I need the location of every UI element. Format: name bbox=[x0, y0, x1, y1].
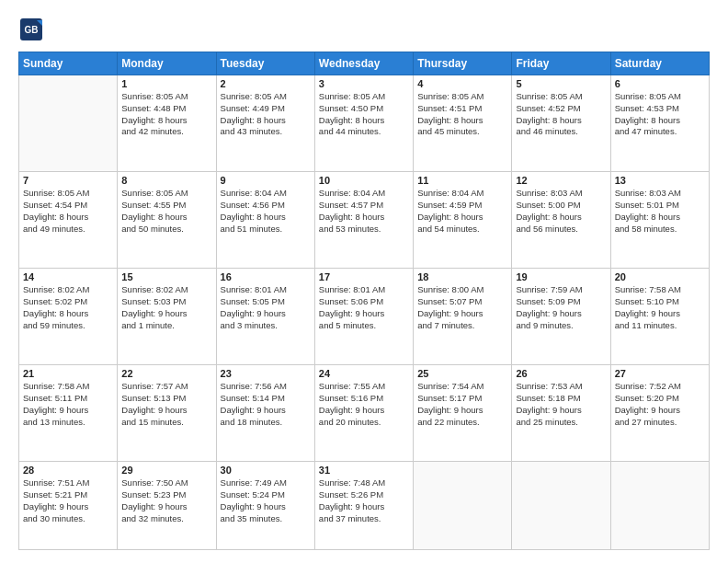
calendar-cell: 1Sunrise: 8:05 AM Sunset: 4:48 PM Daylig… bbox=[118, 75, 216, 172]
day-info: Sunrise: 8:05 AM Sunset: 4:48 PM Dayligh… bbox=[121, 91, 211, 138]
day-info: Sunrise: 7:49 AM Sunset: 5:24 PM Dayligh… bbox=[221, 477, 311, 524]
calendar-cell: 30Sunrise: 7:49 AM Sunset: 5:24 PM Dayli… bbox=[216, 462, 314, 550]
day-info: Sunrise: 7:53 AM Sunset: 5:18 PM Dayligh… bbox=[516, 381, 606, 428]
day-info: Sunrise: 8:05 AM Sunset: 4:54 PM Dayligh… bbox=[23, 188, 113, 235]
calendar-cell: 25Sunrise: 7:54 AM Sunset: 5:17 PM Dayli… bbox=[414, 365, 512, 462]
day-number: 2 bbox=[221, 78, 311, 89]
day-info: Sunrise: 8:05 AM Sunset: 4:52 PM Dayligh… bbox=[516, 91, 606, 138]
calendar-cell: 19Sunrise: 7:59 AM Sunset: 5:09 PM Dayli… bbox=[512, 269, 610, 365]
calendar-table: SundayMondayTuesdayWednesdayThursdayFrid… bbox=[18, 52, 710, 550]
day-number: 18 bbox=[417, 271, 507, 282]
day-number: 23 bbox=[221, 368, 311, 379]
calendar-cell: 14Sunrise: 8:02 AM Sunset: 5:02 PM Dayli… bbox=[19, 269, 118, 365]
weekday-header: Wednesday bbox=[314, 52, 413, 75]
calendar-cell: 23Sunrise: 7:56 AM Sunset: 5:14 PM Dayli… bbox=[216, 365, 314, 462]
calendar-cell: 20Sunrise: 7:58 AM Sunset: 5:10 PM Dayli… bbox=[610, 269, 709, 365]
calendar-cell: 24Sunrise: 7:55 AM Sunset: 5:16 PM Dayli… bbox=[314, 365, 413, 462]
calendar-week-row: 1Sunrise: 8:05 AM Sunset: 4:48 PM Daylig… bbox=[19, 75, 710, 172]
calendar-cell: 3Sunrise: 8:05 AM Sunset: 4:50 PM Daylig… bbox=[314, 75, 413, 172]
day-info: Sunrise: 8:04 AM Sunset: 4:56 PM Dayligh… bbox=[221, 188, 311, 235]
calendar-cell: 18Sunrise: 8:00 AM Sunset: 5:07 PM Dayli… bbox=[414, 269, 512, 365]
calendar-cell: 7Sunrise: 8:05 AM Sunset: 4:54 PM Daylig… bbox=[19, 172, 118, 269]
calendar-cell: 21Sunrise: 7:58 AM Sunset: 5:11 PM Dayli… bbox=[19, 365, 118, 462]
day-number: 22 bbox=[121, 368, 211, 379]
day-info: Sunrise: 7:50 AM Sunset: 5:23 PM Dayligh… bbox=[121, 477, 211, 524]
calendar-week-row: 14Sunrise: 8:02 AM Sunset: 5:02 PM Dayli… bbox=[19, 269, 710, 365]
weekday-header: Saturday bbox=[610, 52, 709, 75]
day-number: 24 bbox=[319, 368, 409, 379]
calendar-cell bbox=[512, 462, 610, 550]
day-number: 8 bbox=[121, 175, 211, 186]
calendar-week-row: 28Sunrise: 7:51 AM Sunset: 5:21 PM Dayli… bbox=[19, 462, 710, 550]
calendar-cell: 5Sunrise: 8:05 AM Sunset: 4:52 PM Daylig… bbox=[512, 75, 610, 172]
calendar-cell: 11Sunrise: 8:04 AM Sunset: 4:59 PM Dayli… bbox=[414, 172, 512, 269]
calendar-cell: 6Sunrise: 8:05 AM Sunset: 4:53 PM Daylig… bbox=[610, 75, 709, 172]
calendar-cell: 17Sunrise: 8:01 AM Sunset: 5:06 PM Dayli… bbox=[314, 269, 413, 365]
day-info: Sunrise: 7:58 AM Sunset: 5:10 PM Dayligh… bbox=[615, 284, 705, 331]
day-number: 28 bbox=[23, 465, 113, 476]
day-info: Sunrise: 8:03 AM Sunset: 5:01 PM Dayligh… bbox=[615, 188, 705, 235]
day-number: 5 bbox=[516, 78, 606, 89]
calendar-body: 1Sunrise: 8:05 AM Sunset: 4:48 PM Daylig… bbox=[19, 75, 710, 550]
day-info: Sunrise: 7:57 AM Sunset: 5:13 PM Dayligh… bbox=[121, 381, 211, 428]
day-info: Sunrise: 8:03 AM Sunset: 5:00 PM Dayligh… bbox=[516, 188, 606, 235]
header: GB bbox=[18, 17, 710, 42]
day-number: 31 bbox=[319, 465, 409, 476]
day-number: 14 bbox=[23, 271, 113, 282]
day-info: Sunrise: 8:04 AM Sunset: 4:57 PM Dayligh… bbox=[319, 188, 409, 235]
day-info: Sunrise: 8:05 AM Sunset: 4:51 PM Dayligh… bbox=[417, 91, 507, 138]
calendar-cell: 15Sunrise: 8:02 AM Sunset: 5:03 PM Dayli… bbox=[118, 269, 216, 365]
day-number: 3 bbox=[319, 78, 409, 89]
calendar-cell: 31Sunrise: 7:48 AM Sunset: 5:26 PM Dayli… bbox=[314, 462, 413, 550]
day-info: Sunrise: 8:01 AM Sunset: 5:05 PM Dayligh… bbox=[221, 284, 311, 331]
day-number: 17 bbox=[319, 271, 409, 282]
calendar-cell: 29Sunrise: 7:50 AM Sunset: 5:23 PM Dayli… bbox=[118, 462, 216, 550]
calendar-cell bbox=[610, 462, 709, 550]
calendar-cell: 12Sunrise: 8:03 AM Sunset: 5:00 PM Dayli… bbox=[512, 172, 610, 269]
calendar-cell: 10Sunrise: 8:04 AM Sunset: 4:57 PM Dayli… bbox=[314, 172, 413, 269]
day-number: 26 bbox=[516, 368, 606, 379]
day-number: 11 bbox=[417, 175, 507, 186]
day-number: 25 bbox=[417, 368, 507, 379]
calendar-cell bbox=[19, 75, 118, 172]
logo-icon: GB bbox=[18, 17, 44, 42]
day-number: 27 bbox=[615, 368, 705, 379]
day-info: Sunrise: 7:48 AM Sunset: 5:26 PM Dayligh… bbox=[319, 477, 409, 524]
day-info: Sunrise: 8:05 AM Sunset: 4:55 PM Dayligh… bbox=[121, 188, 211, 235]
calendar-cell: 28Sunrise: 7:51 AM Sunset: 5:21 PM Dayli… bbox=[19, 462, 118, 550]
day-number: 16 bbox=[221, 271, 311, 282]
day-number: 6 bbox=[615, 78, 705, 89]
day-info: Sunrise: 8:02 AM Sunset: 5:03 PM Dayligh… bbox=[121, 284, 211, 331]
calendar-cell: 27Sunrise: 7:52 AM Sunset: 5:20 PM Dayli… bbox=[610, 365, 709, 462]
day-number: 10 bbox=[319, 175, 409, 186]
day-info: Sunrise: 8:05 AM Sunset: 4:50 PM Dayligh… bbox=[319, 91, 409, 138]
calendar-cell bbox=[414, 462, 512, 550]
svg-text:GB: GB bbox=[25, 25, 39, 35]
day-info: Sunrise: 8:01 AM Sunset: 5:06 PM Dayligh… bbox=[319, 284, 409, 331]
day-number: 29 bbox=[121, 465, 211, 476]
day-number: 9 bbox=[221, 175, 311, 186]
day-number: 19 bbox=[516, 271, 606, 282]
weekday-header: Thursday bbox=[414, 52, 512, 75]
day-number: 1 bbox=[121, 78, 211, 89]
day-info: Sunrise: 8:04 AM Sunset: 4:59 PM Dayligh… bbox=[417, 188, 507, 235]
day-info: Sunrise: 7:51 AM Sunset: 5:21 PM Dayligh… bbox=[23, 477, 113, 524]
page: GB SundayMondayTuesdayWednesdayThursdayF… bbox=[0, 0, 728, 563]
calendar-cell: 13Sunrise: 8:03 AM Sunset: 5:01 PM Dayli… bbox=[610, 172, 709, 269]
day-info: Sunrise: 7:55 AM Sunset: 5:16 PM Dayligh… bbox=[319, 381, 409, 428]
day-number: 13 bbox=[615, 175, 705, 186]
calendar-cell: 4Sunrise: 8:05 AM Sunset: 4:51 PM Daylig… bbox=[414, 75, 512, 172]
calendar-cell: 8Sunrise: 8:05 AM Sunset: 4:55 PM Daylig… bbox=[118, 172, 216, 269]
day-number: 21 bbox=[23, 368, 113, 379]
calendar-cell: 26Sunrise: 7:53 AM Sunset: 5:18 PM Dayli… bbox=[512, 365, 610, 462]
weekday-header: Monday bbox=[118, 52, 216, 75]
day-info: Sunrise: 7:52 AM Sunset: 5:20 PM Dayligh… bbox=[615, 381, 705, 428]
day-number: 15 bbox=[121, 271, 211, 282]
day-number: 7 bbox=[23, 175, 113, 186]
logo: GB bbox=[18, 17, 48, 42]
day-info: Sunrise: 7:59 AM Sunset: 5:09 PM Dayligh… bbox=[516, 284, 606, 331]
weekday-header: Friday bbox=[512, 52, 610, 75]
calendar-cell: 9Sunrise: 8:04 AM Sunset: 4:56 PM Daylig… bbox=[216, 172, 314, 269]
day-info: Sunrise: 8:02 AM Sunset: 5:02 PM Dayligh… bbox=[23, 284, 113, 331]
weekday-header: Sunday bbox=[19, 52, 118, 75]
